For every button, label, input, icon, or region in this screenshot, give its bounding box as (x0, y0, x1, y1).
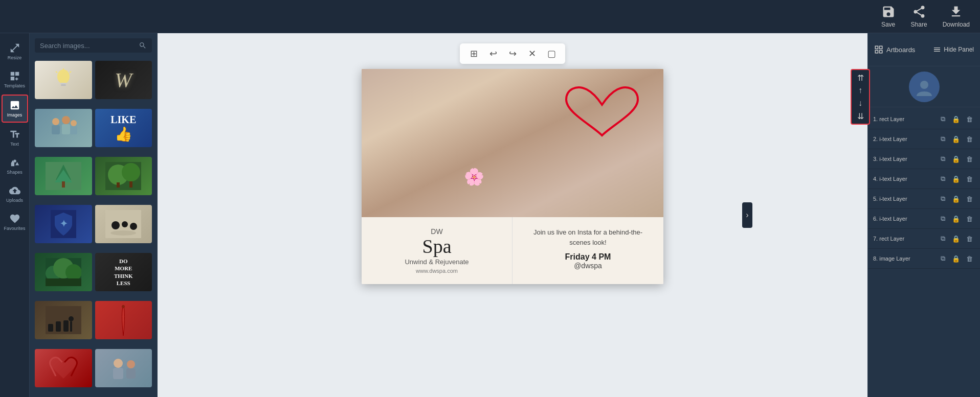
layer-delete-button[interactable]: 🗑 (964, 133, 975, 145)
list-item[interactable] (95, 349, 152, 387)
order-bottom-button[interactable]: ⇊ (853, 110, 867, 122)
sidebar-item-uploads[interactable]: Uploads (2, 181, 28, 207)
sidebar-item-resize[interactable]: Resize (2, 38, 28, 64)
svg-rect-2 (61, 84, 66, 86)
layer-delete-button[interactable]: 🗑 (964, 253, 975, 264)
sidebar-item-images[interactable]: Images (2, 95, 28, 123)
search-input[interactable] (40, 42, 136, 50)
svg-point-39 (122, 305, 125, 308)
layer-item[interactable]: 1. rect Layer ⧉ 🔒 🗑 (868, 109, 980, 129)
layer-delete-button[interactable]: 🗑 (964, 213, 975, 224)
layer-item[interactable]: 5. i-text Layer ⧉ 🔒 🗑 (868, 189, 980, 209)
canvas-nav-right-button[interactable]: › (742, 202, 752, 228)
layer-copy-button[interactable]: ⧉ (937, 193, 948, 204)
close-icon: ✕ (528, 48, 536, 59)
layer-copy-button[interactable]: ⧉ (937, 133, 948, 145)
sidebar-item-text[interactable]: Text (2, 125, 28, 151)
layer-item[interactable]: 8. image Layer ⧉ 🔒 🗑 (868, 249, 980, 269)
grid-button[interactable]: ⊞ (466, 46, 481, 61)
canvas-frame[interactable]: 🌸 DW Spa Unwind & Rejuvenate www.dwspa.c… (362, 69, 663, 284)
redo-button[interactable]: ↪ (505, 46, 520, 61)
svg-point-10 (71, 120, 77, 126)
layer-lock-button[interactable]: 🔒 (950, 133, 962, 145)
list-item[interactable] (35, 109, 92, 147)
spa-background-image: 🌸 (362, 69, 663, 217)
sidebar-item-shapes[interactable]: Shapes (2, 153, 28, 179)
frame-button[interactable]: ▢ (544, 46, 559, 61)
hide-panel-icon (933, 45, 941, 54)
list-item[interactable] (95, 301, 152, 339)
layer-lock-button[interactable]: 🔒 (950, 153, 962, 165)
save-button[interactable]: Save (881, 5, 896, 28)
invite-text: Join us live on Insta for a behind-the-s… (525, 227, 651, 247)
layer-copy-button[interactable]: ⧉ (937, 233, 948, 244)
layer-copy-button[interactable]: ⧉ (937, 253, 948, 264)
layer-item[interactable]: 7. rect Layer ⧉ 🔒 🗑 (868, 229, 980, 249)
hide-panel-button[interactable]: Hide Panel (933, 45, 974, 54)
layer-copy-button[interactable]: ⧉ (937, 113, 948, 125)
list-item[interactable] (35, 301, 92, 339)
order-up-button[interactable]: ↑ (853, 84, 867, 97)
layer-lock-button[interactable]: 🔒 (950, 173, 962, 184)
time-text: Friday 4 PM (525, 252, 651, 262)
main-layout: Resize Templates Images Text Shapes (0, 33, 980, 397)
list-item[interactable]: W (95, 61, 152, 99)
layer-delete-button[interactable]: 🗑 (964, 173, 975, 184)
layer-actions: ⧉ 🔒 🗑 (937, 233, 975, 244)
layer-delete-button[interactable]: 🗑 (964, 153, 975, 165)
layer-lock-button[interactable]: 🔒 (950, 193, 962, 204)
artboards-icon (874, 45, 883, 54)
share-icon (912, 5, 926, 19)
svg-line-4 (56, 72, 57, 73)
download-icon (949, 5, 963, 19)
svg-point-24 (112, 221, 120, 229)
layer-item[interactable]: 4. i-text Layer ⧉ 🔒 🗑 (868, 169, 980, 189)
list-item[interactable] (35, 349, 92, 387)
layer-copy-button[interactable]: ⧉ (937, 153, 948, 165)
svg-rect-11 (70, 126, 77, 134)
redo-icon: ↪ (509, 48, 517, 59)
layer-lock-button[interactable]: 🔒 (950, 253, 962, 264)
layer-delete-button[interactable]: 🗑 (964, 193, 975, 204)
sidebar-item-templates[interactable]: Templates (2, 66, 28, 92)
list-item[interactable]: DOMORETHINKLESS (95, 253, 152, 291)
grid-icon: ⊞ (470, 48, 478, 59)
uploads-icon (9, 185, 20, 196)
list-item[interactable]: LIKE 👍 (95, 109, 152, 147)
list-item[interactable] (95, 157, 152, 195)
list-item[interactable] (35, 157, 92, 195)
layer-delete-button[interactable]: 🗑 (964, 233, 975, 244)
order-down-button[interactable]: ↓ (853, 97, 867, 109)
layer-copy-button[interactable]: ⧉ (937, 173, 948, 184)
list-item[interactable] (95, 205, 152, 243)
layer-item[interactable]: 6. i-text Layer ⧉ 🔒 🗑 (868, 209, 980, 229)
layer-actions: ⧉ 🔒 🗑 (937, 113, 975, 125)
layer-delete-button[interactable]: 🗑 (964, 113, 975, 125)
layer-copy-button[interactable]: ⧉ (937, 213, 948, 224)
svg-point-6 (52, 118, 59, 125)
tagline-text: Unwind & Rejuvenate (374, 258, 500, 266)
order-top-button[interactable]: ⇈ (853, 72, 867, 84)
share-button[interactable]: Share (911, 5, 927, 28)
artboards-button[interactable]: Artboards (874, 45, 915, 54)
download-button[interactable]: Download (943, 5, 970, 28)
layers-list: 1. rect Layer ⧉ 🔒 🗑 2. i-text Layer ⧉ 🔒 … (868, 107, 980, 397)
order-bottom-icon: ⇊ (857, 111, 864, 121)
undo-button[interactable]: ↩ (485, 46, 501, 61)
layer-lock-button[interactable]: 🔒 (950, 113, 962, 125)
design-right: Join us live on Insta for a behind-the-s… (513, 217, 663, 284)
layer-actions: ⧉ 🔒 🗑 (937, 193, 975, 204)
layer-lock-button[interactable]: 🔒 (950, 213, 962, 224)
close-button[interactable]: ✕ (524, 46, 540, 61)
list-item[interactable]: ✦ (35, 205, 92, 243)
list-item[interactable] (35, 253, 92, 291)
sidebar-item-favourites[interactable]: Favourites (2, 209, 28, 235)
canvas-wrapper: ‹ ⊞ ↩ ↪ ✕ ▢ (158, 33, 867, 397)
layer-item[interactable]: 2. i-text Layer ⧉ 🔒 🗑 (868, 129, 980, 149)
svg-rect-20 (129, 181, 132, 188)
layer-item[interactable]: 3. i-text Layer ⧉ 🔒 🗑 (868, 149, 980, 169)
layer-lock-button[interactable]: 🔒 (950, 233, 962, 244)
list-item[interactable] (35, 61, 92, 99)
order-up-icon: ↑ (858, 86, 862, 95)
svg-line-5 (70, 72, 71, 73)
